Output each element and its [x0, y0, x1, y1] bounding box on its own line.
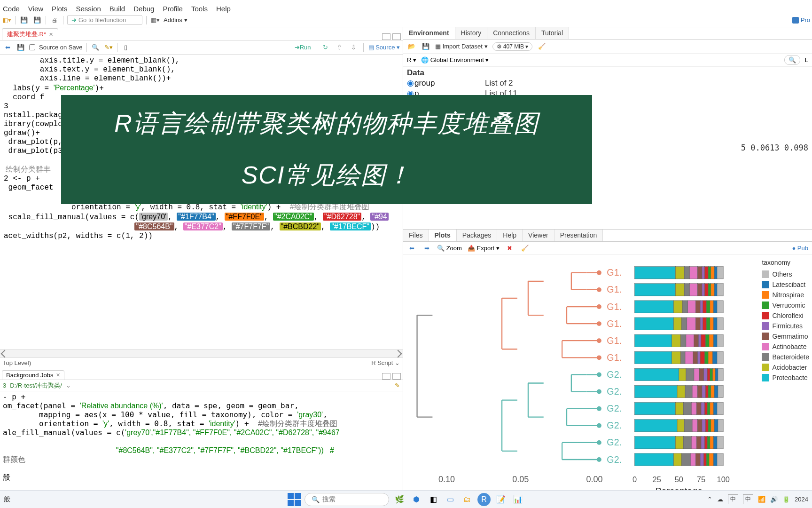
- wand-icon[interactable]: ✎: [395, 382, 400, 389]
- global-env-button[interactable]: 🌐 Global Environment ▾: [421, 56, 489, 64]
- memory-usage[interactable]: ⚙ 407 MiB ▾: [492, 42, 533, 51]
- addins-menu[interactable]: Addins ▾: [164, 16, 187, 24]
- menu-session[interactable]: Session: [76, 5, 101, 13]
- wifi-icon[interactable]: 📶: [758, 496, 765, 503]
- save-icon[interactable]: 💾: [421, 42, 430, 51]
- export-button[interactable]: 📤 Export ▾: [468, 245, 500, 252]
- taskbar-search[interactable]: 🔍 搜索: [304, 493, 389, 506]
- r-scope-button[interactable]: R ▾: [407, 56, 416, 64]
- job-id: 3: [3, 382, 6, 389]
- save-icon[interactable]: 💾: [16, 43, 25, 52]
- save-icon[interactable]: 💾: [19, 16, 29, 25]
- taskbar-app-icon[interactable]: 🌿: [393, 493, 406, 506]
- onedrive-icon[interactable]: ☁: [717, 496, 723, 503]
- remove-plot-icon[interactable]: ✖: [505, 244, 515, 253]
- back-icon[interactable]: ⬅: [3, 43, 12, 52]
- tab-connections[interactable]: Connections: [487, 27, 536, 39]
- volume-icon[interactable]: 🔊: [770, 496, 778, 503]
- menu-help[interactable]: Help: [216, 5, 231, 13]
- close-icon[interactable]: ✕: [56, 372, 60, 378]
- notepad-icon[interactable]: 📝: [494, 493, 508, 506]
- import-dataset-button[interactable]: ▦ Import Dataset ▾: [435, 43, 488, 50]
- svg-text:G1.: G1.: [607, 318, 622, 329]
- menu-tools[interactable]: Tools: [191, 5, 208, 13]
- horizontal-scrollbar[interactable]: [0, 349, 403, 357]
- tab-presentation[interactable]: Presentation: [554, 230, 603, 241]
- down-icon[interactable]: ⇩: [349, 43, 359, 52]
- rstudio-icon[interactable]: R: [477, 493, 491, 506]
- svg-text:G2.: G2.: [607, 403, 622, 413]
- taskbar-app-icon[interactable]: ⬢: [410, 493, 423, 506]
- publish-button[interactable]: ● Pub: [792, 245, 808, 252]
- tab-packages[interactable]: Packages: [457, 230, 497, 241]
- close-icon[interactable]: ✕: [49, 32, 53, 38]
- svg-rect-91: [709, 334, 713, 347]
- start-button[interactable]: [288, 493, 301, 506]
- taskbar-app-icon[interactable]: ◧: [427, 493, 440, 506]
- tray-chevron-icon[interactable]: ⌃: [707, 496, 712, 503]
- tab-history[interactable]: History: [455, 27, 488, 39]
- clock[interactable]: 2024: [795, 496, 808, 503]
- wand-icon[interactable]: ✎▾: [104, 43, 113, 52]
- menu-build[interactable]: Build: [109, 5, 125, 13]
- svg-rect-99: [697, 351, 700, 364]
- tab-help[interactable]: Help: [497, 230, 523, 241]
- find-icon[interactable]: 🔍: [91, 43, 100, 52]
- zoom-button[interactable]: 🔍 Zoom: [437, 245, 462, 252]
- maximize-pane-icon[interactable]: [392, 33, 401, 40]
- maximize-pane-icon[interactable]: [392, 373, 401, 380]
- ime-lang-1[interactable]: 中: [728, 494, 738, 504]
- svg-rect-137: [717, 403, 723, 415]
- battery-icon[interactable]: 🔋: [782, 496, 790, 503]
- svg-rect-107: [686, 368, 694, 381]
- menu-code[interactable]: Code: [3, 5, 20, 13]
- print-icon[interactable]: 🖨: [50, 16, 59, 25]
- svg-rect-47: [711, 267, 715, 279]
- source-tab[interactable]: 建聚类堆叠.R* ✕: [2, 28, 58, 40]
- scope-indicator[interactable]: Top Level): [3, 359, 31, 366]
- console-output[interactable]: - p + om_facet(panel = 'Relative abundan…: [0, 391, 403, 490]
- svg-rect-98: [693, 351, 697, 364]
- next-plot-icon[interactable]: ➡: [422, 244, 431, 253]
- up-icon[interactable]: ⇧: [335, 43, 344, 52]
- minimize-pane-icon[interactable]: [382, 33, 390, 40]
- menu-plots[interactable]: Plots: [52, 5, 67, 13]
- goto-file-input[interactable]: ➜Go to file/function: [67, 15, 142, 25]
- search-env-input[interactable]: 🔍: [784, 55, 800, 65]
- file-type-indicator[interactable]: R Script ⌄: [371, 359, 400, 366]
- menu-view[interactable]: View: [28, 5, 43, 13]
- legend-item: Acidobacter: [762, 362, 809, 373]
- project-indicator[interactable]: Pro: [792, 16, 810, 24]
- tab-environment[interactable]: Environment: [403, 27, 455, 39]
- background-jobs-tab[interactable]: Background Jobs✕: [2, 370, 64, 380]
- tab-files[interactable]: Files: [403, 230, 429, 241]
- clear-plots-icon[interactable]: 🧹: [520, 244, 530, 253]
- load-icon[interactable]: 📂: [407, 42, 416, 51]
- minimize-pane-icon[interactable]: [382, 373, 390, 380]
- new-file-icon[interactable]: ◧▾: [2, 16, 11, 25]
- menu-profile[interactable]: Profile: [163, 5, 183, 13]
- excel-icon[interactable]: 📊: [511, 493, 524, 506]
- taskbar-app-icon[interactable]: ▭: [444, 493, 457, 506]
- tab-plots[interactable]: Plots: [429, 230, 457, 241]
- file-explorer-icon[interactable]: 🗂: [461, 493, 474, 506]
- outline-icon[interactable]: ▯: [121, 43, 131, 52]
- svg-rect-125: [714, 385, 718, 397]
- list-view-button[interactable]: L: [805, 56, 808, 64]
- tab-label: 建聚类堆叠.R*: [7, 30, 46, 39]
- env-row[interactable]: ◉groupList of 2: [407, 78, 808, 88]
- rerun-icon[interactable]: ↻: [321, 43, 330, 52]
- tab-viewer[interactable]: Viewer: [523, 230, 554, 241]
- save-all-icon[interactable]: 💾: [32, 16, 42, 25]
- prev-plot-icon[interactable]: ⬅: [407, 244, 416, 253]
- source-button[interactable]: ▤ Source ▾: [368, 44, 400, 51]
- broom-icon[interactable]: 🧹: [537, 42, 547, 51]
- run-button[interactable]: ➔Run: [295, 44, 311, 51]
- menu-debug[interactable]: Debug: [133, 5, 154, 13]
- svg-rect-93: [717, 334, 723, 347]
- tab-tutorial[interactable]: Tutorial: [536, 27, 569, 39]
- expand-icon[interactable]: ◉: [407, 78, 414, 88]
- grid-icon[interactable]: ▦▾: [150, 16, 160, 25]
- ime-lang-2[interactable]: 中: [743, 494, 753, 504]
- source-on-save-checkbox[interactable]: [29, 44, 35, 50]
